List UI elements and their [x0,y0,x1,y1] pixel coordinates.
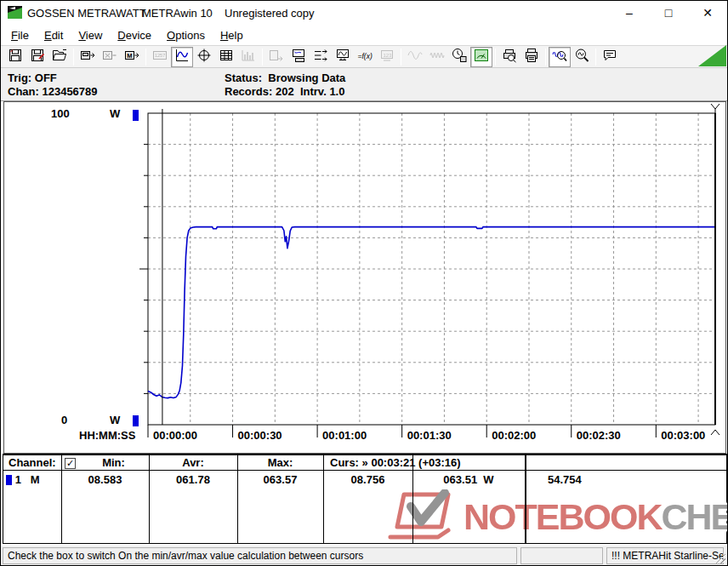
channel-avr-value: 061.78 [149,472,237,487]
app-window: GOSSEN METRAWATT METRAwin 10 Unregistere… [0,0,728,566]
minimize-button[interactable]: – [610,1,649,25]
interval-label: Intrv. [300,85,327,98]
zoom-curve-button[interactable] [549,47,571,67]
toolbar-separator [145,49,146,66]
annotation-button[interactable] [599,47,621,67]
menu-options[interactable]: Options [159,26,213,44]
zoom-select-button[interactable] [571,47,593,67]
status-label: Status: [225,71,262,84]
channel-scale-button[interactable] [310,47,332,67]
records-status: Records: 202 Intrv. 1.0 [225,85,344,98]
maximize-button[interactable]: □ [649,1,688,25]
xy-view-button[interactable] [193,47,215,67]
menu-device[interactable]: Device [110,26,159,44]
y-axis-unit-top: W [110,107,120,120]
print-preview-button[interactable] [498,47,520,67]
menu-view[interactable]: View [71,26,110,44]
time-settings-button[interactable] [448,47,470,67]
list-arrows-icon [313,48,328,66]
chart-panel: 100 W 0 W HH:MM:SS 00:00:0000:00:3000:01… [3,101,726,454]
monitor-disk-icon [291,48,306,66]
disk-icon [8,48,23,66]
histogram-view-button[interactable] [237,47,259,67]
live-measurement-button[interactable] [470,47,492,67]
notebookcheck-watermark: NOTEBOOKCHECK [385,489,728,544]
clock-meter-icon [452,48,467,66]
records-value: 202 [276,85,294,98]
title-app-name: GOSSEN METRAWATT [27,7,146,20]
x-axis-tick-label: 00:00:00 [153,429,197,442]
toolbar-separator [545,49,546,66]
interval-value: 1.0 [329,85,344,98]
fx-icon: =f(x) [357,48,373,66]
x-axis-tick-label: 00:02:30 [577,429,621,442]
read-device-memory-button[interactable] [77,47,99,67]
records-label: Records: [225,85,272,98]
export-icon [269,48,284,66]
cursor-difference-value: 54.754 [548,472,718,487]
title-bar: GOSSEN METRAWATT METRAwin 10 Unregistere… [1,1,727,25]
menu-bar: FileEditViewDeviceOptionsHelp [1,25,727,45]
svg-text:123: 123 [384,52,393,57]
zoom-wave-icon [552,48,567,66]
chart-view-button[interactable] [171,47,193,67]
menu-help[interactable]: Help [213,26,251,44]
save-as-button[interactable] [26,47,48,67]
cursor1-value: 08.756 [323,472,412,487]
export-button[interactable] [265,47,287,67]
monitor-123-icon: 123 [379,48,395,66]
chan-label: Chan: [8,85,39,98]
close-button[interactable]: ✕ [688,1,727,25]
monitor-curve-button[interactable] [332,47,354,67]
bubble-icon [602,48,617,66]
status-message: Check the box to switch On the min/avr/m… [3,547,517,564]
trigger-status: Trig: OFF [8,71,57,84]
status-middle-segment [520,547,603,564]
wave-small-icon [407,48,423,66]
formula-button[interactable]: =f(x) [354,47,376,67]
y-axis-unit-bottom: W [110,414,120,426]
read-multimeter-button[interactable]: M [121,47,143,67]
print-button[interactable] [520,47,543,67]
chan-value: 123456789 [42,85,97,98]
col-header-channel: Channel: [9,455,60,470]
menu-edit[interactable]: Edit [37,26,71,44]
title-license-status: Unregistered copy [225,7,315,20]
minmax-between-cursors-checkbox[interactable]: ✓ [65,458,76,469]
numeric-display-view-button[interactable]: 1257 [149,47,171,67]
table-view-button[interactable] [215,47,237,67]
compress-curve-button[interactable] [404,47,426,67]
status-device-name: !!! METRAHit Starline-Serie [606,547,724,564]
save-screen-button[interactable] [287,47,310,67]
open-file-button[interactable] [48,47,71,67]
save-button[interactable] [4,47,26,67]
trig-label: Trig: [8,71,31,84]
cursor-2-top-handle[interactable] [711,104,719,113]
title-product-name: METRAwin 10 [142,7,213,20]
x-axis-tick-label: 00:01:30 [407,429,452,442]
clear-device-memory-button[interactable] [99,47,121,67]
box-in-icon [80,48,95,66]
toolbar: M1257=f(x)123 [1,45,727,68]
channels-status: Chan: 123456789 [8,85,98,98]
channel-min-value: 08.583 [61,472,149,487]
zoom-lens-icon [574,48,589,66]
toolbar-separator [401,49,401,66]
x-axis-tick-label: 00:02:00 [492,429,536,442]
svg-text:1257: 1257 [155,53,165,58]
watermark-brand-secondary: CHECK [661,496,728,538]
box-x-icon [102,48,117,66]
channel-number: 1 [15,473,21,486]
folder-icon [52,48,67,66]
cursor2-unit: W [483,473,493,486]
watermark-brand-primary: NOTEBOOK [464,496,661,538]
menu-file[interactable]: File [3,26,37,44]
cursor-2-bottom-handle[interactable] [711,430,719,435]
browse-status: Status: Browsing Data [225,71,345,84]
curve-icon [174,48,190,66]
numeric-monitor-button[interactable]: 123 [376,47,398,67]
expand-curve-button[interactable] [426,47,448,67]
table-icon [219,48,234,66]
toolbar-separator [262,49,263,66]
x-axis-tick-label: 00:00:30 [238,429,282,442]
